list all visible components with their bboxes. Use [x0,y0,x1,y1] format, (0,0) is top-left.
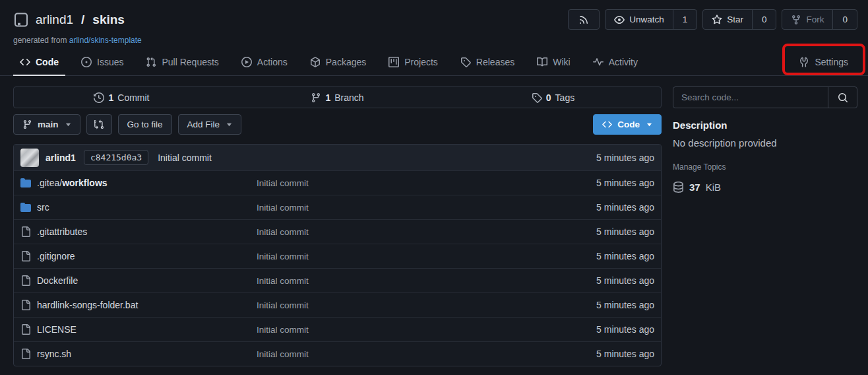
star-button-group: Star 0 [702,9,776,30]
commit-author-link[interactable]: arlind1 [46,153,76,163]
commit-age: 5 minutes ago [596,153,654,163]
file-commit-message[interactable]: Initial commit [257,203,596,213]
file-link[interactable]: hardlink-songs-folder.bat [37,300,138,310]
tab-pull-requests-label: Pull Requests [162,57,218,67]
watch-button-group: Unwatch 1 [605,9,697,30]
file-name: hardlink-songs-folder.bat [37,300,138,310]
file-age: 5 minutes ago [596,275,654,286]
tab-issues[interactable]: Issues [75,49,130,76]
commit-hash-link[interactable]: c84215d0a3 [84,150,148,165]
watchers-count[interactable]: 1 [673,10,697,29]
file-icon [20,324,31,335]
database-icon [673,182,684,193]
file-link[interactable]: Dockerfile [37,275,78,286]
compare-branches-button[interactable] [86,114,112,135]
file-age: 5 minutes ago [596,300,654,310]
book-icon [537,57,547,67]
repo-size: 37 KiB [673,182,857,193]
tab-activity[interactable]: Activity [586,49,644,76]
template-repo-link[interactable]: arlind/skins-template [69,36,142,45]
folder-icon [20,178,31,188]
branches-label: Branch [334,92,363,103]
file-age: 5 minutes ago [596,226,654,237]
avatar[interactable] [20,149,39,167]
file-icon [20,226,31,237]
tab-actions[interactable]: Actions [235,49,294,76]
stars-count[interactable]: 0 [752,10,776,29]
repo-title-separator: / [81,13,84,27]
table-row[interactable]: .gitignore Initial commit 5 minutes ago [14,244,661,268]
branches-stat[interactable]: 1 Branch [230,87,445,108]
tab-projects[interactable]: Projects [382,49,445,76]
file-commit-message[interactable]: Initial commit [257,178,596,188]
git-branch-icon [22,119,32,129]
file-icon [20,349,31,359]
file-commit-message[interactable]: Initial commit [257,227,596,237]
search-input[interactable] [673,87,828,108]
generated-from-text: generated from [13,36,67,45]
repo-name-link[interactable]: skins [92,13,125,27]
tag-icon [532,92,542,103]
repo-header: arlind1 / skins Unwatch 1 [0,0,868,45]
file-age: 5 minutes ago [596,349,654,359]
chevron-down-icon [226,121,232,127]
description-text: No description provided [673,137,857,149]
play-circle-icon [241,57,252,67]
file-link[interactable]: LICENSE [37,324,77,335]
repo-tab-bar: Code Issues Pull Requests Actions Packag… [0,49,868,76]
branch-selector[interactable]: main [13,114,80,135]
commits-label: Commit [117,92,149,103]
tab-settings[interactable]: Settings [792,49,855,76]
commits-stat[interactable]: 1 Commit [14,87,230,108]
tags-stat[interactable]: 0 Tags [445,87,661,108]
table-row[interactable]: .gitattributes Initial commit 5 minutes … [14,219,661,244]
code-icon [602,119,612,129]
file-commit-message[interactable]: Initial commit [257,252,596,261]
branch-toolbar: main Go to file Add File Code [13,114,662,135]
unwatch-button[interactable]: Unwatch [605,10,673,29]
table-row[interactable]: hardlink-songs-folder.bat Initial commit… [14,292,661,317]
go-to-file-button[interactable]: Go to file [118,114,172,135]
file-link[interactable]: .gitattributes [37,226,87,237]
file-name: .gitignore [37,251,75,261]
table-row[interactable]: src Initial commit 5 minutes ago [14,195,661,219]
tab-releases[interactable]: Releases [454,49,521,76]
file-commit-message[interactable]: Initial commit [257,349,596,359]
commit-message-link[interactable]: Initial commit [158,153,212,163]
tab-packages-label: Packages [326,57,366,67]
tab-wiki[interactable]: Wiki [530,49,576,76]
tab-packages[interactable]: Packages [303,49,373,76]
chevron-down-icon [65,121,71,127]
file-link[interactable]: rsync.sh [37,349,71,359]
manage-topics-link[interactable]: Manage Topics [673,162,726,172]
git-compare-icon [94,119,104,129]
file-name: rsync.sh [37,349,71,359]
code-download-button[interactable]: Code [593,114,662,135]
star-button[interactable]: Star [703,10,752,29]
file-commit-message[interactable]: Initial commit [257,300,596,310]
search-button[interactable] [828,87,857,108]
tab-code[interactable]: Code [13,49,65,76]
rss-button[interactable] [568,9,600,30]
table-row[interactable]: rsync.sh Initial commit 5 minutes ago [14,341,661,366]
repo-owner-link[interactable]: arlind1 [36,13,73,27]
table-row[interactable]: .gitea/workflows Initial commit 5 minute… [14,170,661,195]
file-icon [20,251,31,261]
file-link[interactable]: .gitignore [37,251,75,261]
fork-button[interactable]: Fork [782,10,832,29]
file-name: workflows [62,178,107,188]
project-board-icon [388,57,399,67]
table-row[interactable]: Dockerfile Initial commit 5 minutes ago [14,268,661,292]
file-link[interactable]: src [37,202,49,213]
repo-stats-bar: 1 Commit 1 Branch 0 Tags [13,86,662,108]
file-link[interactable]: .gitea/workflows [37,178,108,188]
tab-pull-requests[interactable]: Pull Requests [139,49,225,76]
file-age: 5 minutes ago [596,324,654,335]
file-commit-message[interactable]: Initial commit [257,276,596,286]
file-commit-message[interactable]: Initial commit [257,325,596,335]
forks-count[interactable]: 0 [832,10,857,29]
file-table: arlind1 c84215d0a3 Initial commit 5 minu… [13,144,662,366]
table-row[interactable]: LICENSE Initial commit 5 minutes ago [14,317,661,341]
add-file-button[interactable]: Add File [178,114,242,135]
fork-label: Fork [806,15,824,24]
